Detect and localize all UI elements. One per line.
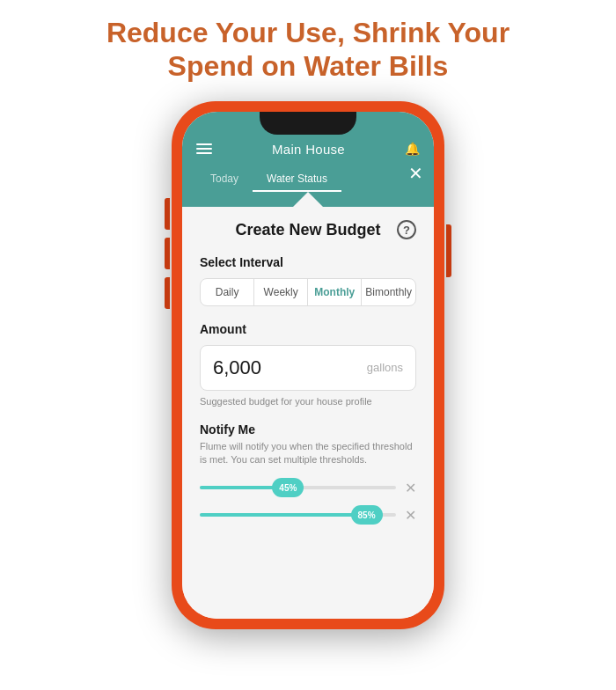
interval-bimonthly[interactable]: Bimonthly: [362, 279, 415, 305]
amount-label: Amount: [200, 322, 416, 336]
slider-fill-2: [200, 513, 367, 517]
phone-notch: [260, 112, 356, 135]
interval-weekly[interactable]: Weekly: [254, 279, 308, 305]
slider-remove-2[interactable]: ✕: [405, 507, 416, 524]
amount-box[interactable]: 6,000 gallons: [200, 345, 416, 391]
close-button[interactable]: ✕: [408, 163, 423, 184]
headline-line1: Reduce Your Use, Shrink Your: [106, 17, 510, 48]
help-icon[interactable]: ?: [397, 220, 416, 239]
modal-title: Create New Budget: [235, 221, 380, 239]
phone-mockup: Main House 🔔 Today Water Status: [172, 101, 444, 629]
interval-daily[interactable]: Daily: [201, 279, 254, 305]
slider-remove-1[interactable]: ✕: [405, 480, 416, 496]
slider-track-2[interactable]: 85%: [200, 513, 396, 517]
phone-screen: Main House 🔔 Today Water Status: [182, 112, 434, 619]
notify-title: Notify Me: [200, 422, 416, 437]
slider-thumb-2[interactable]: 85%: [351, 505, 383, 525]
threshold-row-1: 45% ✕: [200, 480, 416, 496]
interval-monthly[interactable]: Monthly: [308, 279, 362, 305]
interval-selector: Daily Weekly Monthly Bimonthly: [200, 278, 416, 306]
modal-header: Create New Budget ?: [200, 221, 416, 239]
interval-label: Select Interval: [200, 255, 416, 269]
amount-unit: gallons: [367, 361, 403, 374]
headline-line2: Spend on Water Bills: [168, 50, 449, 82]
slider-thumb-1[interactable]: 45%: [272, 478, 304, 497]
slider-track-1[interactable]: 45%: [200, 486, 396, 489]
notify-desc: Flume will notify you when the specified…: [200, 440, 416, 467]
suggested-text: Suggested budget for your house profile: [200, 396, 416, 407]
phone-frame: Main House 🔔 Today Water Status: [172, 101, 444, 629]
headline: Reduce Your Use, Shrink Your Spend on Wa…: [80, 0, 536, 92]
amount-value: 6,000: [213, 356, 261, 379]
modal-content: Create New Budget ? Select Interval Dail…: [182, 207, 434, 619]
modal-overlay: Create New Budget ? Select Interval Dail…: [182, 112, 434, 619]
threshold-row-2: 85% ✕: [200, 507, 416, 524]
